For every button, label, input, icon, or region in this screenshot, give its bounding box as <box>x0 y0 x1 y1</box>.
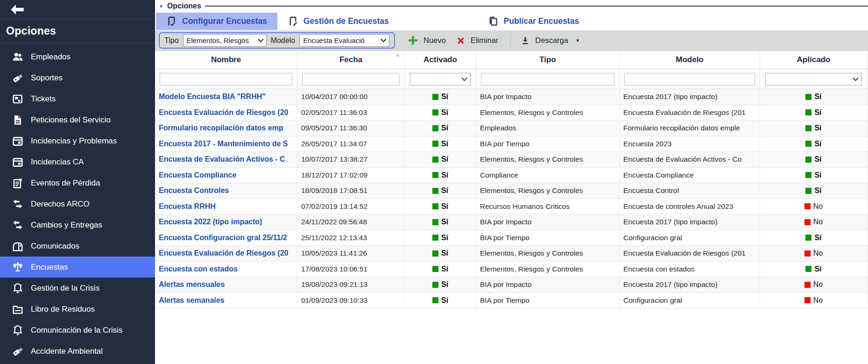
column-header-fecha[interactable]: Fecha▲ <box>297 51 405 69</box>
survey-name-link[interactable]: Encuesta con estados <box>159 265 238 273</box>
calendar-cursor-icon <box>12 93 24 105</box>
tipo-cell: BIA por Tiempo <box>476 136 620 152</box>
nuevo-button[interactable]: Nuevo <box>407 35 446 46</box>
activado-cell: Sí <box>405 277 476 293</box>
sidebar-item-comunicacion-de-la-crisis[interactable]: Comunicación de la Crisis <box>0 320 155 341</box>
table-row: Encuesta Evaluación de Riesgos (20 02/05… <box>155 105 868 121</box>
activado-cell: Sí <box>405 246 476 261</box>
column-header-activado[interactable]: Activado <box>405 51 476 69</box>
descarga-button[interactable]: Descarga ▾ <box>520 36 579 46</box>
filter-input-nombre[interactable] <box>160 73 292 86</box>
tipo-cell: Compliance <box>476 168 620 183</box>
survey-name-link[interactable]: Encuesta Configuracion gral 25/11/2 <box>159 234 287 242</box>
survey-name-link[interactable]: Encuesta de Evaluación Activos - C <box>159 155 285 164</box>
filter-select-aplicado[interactable] <box>765 73 862 86</box>
sidebar-item-comunicados[interactable]: Comunicados <box>0 236 155 257</box>
sidebar-item-empleados[interactable]: Empleados <box>0 46 155 67</box>
survey-name-link[interactable]: Encuesta RRHH <box>159 202 216 211</box>
sidebar-menu: EmpleadosSoportesTicketsPeticiones del S… <box>0 43 155 362</box>
filter-input-fecha[interactable] <box>302 73 400 86</box>
fecha-cell: 18/09/2018 17:08:51 <box>297 183 405 199</box>
activado-cell: Sí <box>405 136 476 152</box>
swap-arrows-icon <box>12 219 24 231</box>
tipo-cell: Elementos, Riesgos y Controles <box>476 246 620 261</box>
survey-name-link[interactable]: Encuesta Compliance <box>159 171 236 179</box>
status-square-icon <box>432 235 438 241</box>
sidebar-item-libro-de-residuos[interactable]: Libro de Residuos <box>0 299 155 320</box>
sidebar-item-label: Tickets <box>31 94 56 104</box>
sidebar-item-incidencias-ca[interactable]: Incidencias CA <box>0 151 155 172</box>
status-square-icon <box>432 109 438 115</box>
tipo-cell: Recursos Humanos Criticos <box>476 199 620 214</box>
sidebar-title: Opciones <box>0 19 155 43</box>
survey-name-link[interactable]: Formulario recopilación datos emp <box>159 124 283 132</box>
tipo-cell: BIA por Impacto <box>476 214 620 230</box>
column-header-tipo[interactable]: Tipo <box>476 51 620 69</box>
survey-name-link[interactable]: Encuesta 2022 (tipo impacto) <box>159 218 262 226</box>
eliminar-button[interactable]: Eliminar <box>456 36 499 46</box>
sidebar-item-eventos-de-perdida[interactable]: Eventos de Pérdida <box>0 172 155 193</box>
aplicado-cell: Sí <box>760 105 868 121</box>
back-arrow-icon <box>10 4 24 15</box>
filter-input-tipo[interactable] <box>481 73 614 86</box>
survey-name-link[interactable]: Alertas mensuales <box>159 280 225 289</box>
status-square-icon <box>805 141 812 147</box>
cross-icon <box>456 36 466 46</box>
sidebar-item-tickets[interactable]: Tickets <box>0 88 155 109</box>
aplicado-cell: Sí <box>760 168 868 183</box>
tab-configurar-encuestas[interactable]: Configurar Encuestas <box>156 13 277 30</box>
sidebar-item-derechos-arco[interactable]: Derechos ARCO <box>0 193 155 214</box>
document-icon <box>12 114 24 126</box>
survey-name-link[interactable]: Alertas semanales <box>159 296 225 305</box>
survey-name-link[interactable]: Encuesta Evaluación de Riesgos (20 <box>159 249 288 257</box>
status-square-icon <box>805 125 812 131</box>
modelo-label: Modelo <box>271 36 295 45</box>
table-row: Encuesta Configuracion gral 25/11/2 25/1… <box>155 230 868 246</box>
people-icon <box>12 51 24 63</box>
surveys-table: NombreFecha▲ActivadoTipoModeloAplicado M… <box>155 51 868 308</box>
sidebar-collapse-button[interactable] <box>0 0 155 19</box>
collapse-triangle-icon[interactable]: ▼ <box>159 4 163 9</box>
sidebar-item-gestion-de-la-crisis[interactable]: Gestión de la Crisis <box>0 278 155 299</box>
survey-name-link[interactable]: Encuesta Controles <box>159 186 229 195</box>
filter-select-activado[interactable] <box>410 73 471 86</box>
sidebar-item-accidente-ambiental[interactable]: Accidente Ambiental <box>0 341 155 362</box>
fecha-cell: 10/04/2017 00:00:00 <box>297 89 405 105</box>
modelo-select[interactable]: Encuesta Evaluació <box>299 34 389 47</box>
sidebar-item-label: Incidencias y Problemas <box>31 136 117 146</box>
sidebar-item-label: Empleados <box>31 52 71 62</box>
filter-input-modelo[interactable] <box>624 73 755 86</box>
survey-name-link[interactable]: Encuesta 2017 - Mantenimiento de S <box>159 140 288 148</box>
sidebar-item-cambios-y-entregas[interactable]: Cambios y Entregas <box>0 214 155 236</box>
aplicado-cell: No <box>760 293 868 308</box>
aplicado-cell: Sí <box>760 136 868 152</box>
model-filter-group: Tipo Elementos, Riesgos Modelo Encuesta … <box>159 32 395 49</box>
sidebar-item-label: Peticiones del Servicio <box>31 115 111 125</box>
fecha-cell: 24/11/2022 09:56:48 <box>297 214 405 230</box>
table-row: Encuesta de Evaluación Activos - C 10/07… <box>155 152 868 168</box>
tipo-select[interactable]: Elementos, Riesgos <box>183 34 267 47</box>
folder-icon <box>12 303 24 315</box>
tab-gestion-de-encuestas[interactable]: Gestión de Encuestas <box>277 13 399 30</box>
modelo-cell: Encuesta 2017 (tipo impacto) <box>620 89 760 105</box>
sidebar-item-soportes[interactable]: Soportes <box>0 67 155 88</box>
sidebar-item-encuestas[interactable]: Encuestas <box>0 257 155 278</box>
survey-name-link[interactable]: Modelo Encuesta BIA "RRHH" <box>159 93 266 101</box>
chevron-down-icon <box>461 77 467 81</box>
column-header-nombre[interactable]: Nombre <box>155 51 297 69</box>
sidebar-item-peticiones-del-servicio[interactable]: Peticiones del Servicio <box>0 109 155 130</box>
survey-name-link[interactable]: Encuesta Evaluación de Riesgos (20 <box>159 108 288 117</box>
modelo-cell: Encuesta de controles Anual 2023 <box>620 199 760 214</box>
tipo-cell: BIA por Impacto <box>476 89 620 105</box>
sort-asc-icon: ▲ <box>395 52 400 57</box>
activado-cell: Sí <box>405 199 476 214</box>
sidebar-item-incidencias-y-problemas[interactable]: Incidencias y Problemas <box>0 130 155 151</box>
tab-publicar-encuestas[interactable]: Publicar Encuestas <box>478 13 589 30</box>
modelo-cell: Encuesta 2017 (tipo impacto) <box>620 214 760 230</box>
column-header-modelo[interactable]: Modelo <box>620 51 760 69</box>
sidebar-item-label: Soportes <box>31 73 63 83</box>
usb-drive-icon <box>12 345 24 357</box>
fecha-cell: 17/08/2023 10:06:51 <box>297 262 405 277</box>
column-header-aplicado[interactable]: Aplicado <box>760 51 868 69</box>
modelo-cell: Encuesta 2017 (tipo impacto) <box>620 277 760 293</box>
